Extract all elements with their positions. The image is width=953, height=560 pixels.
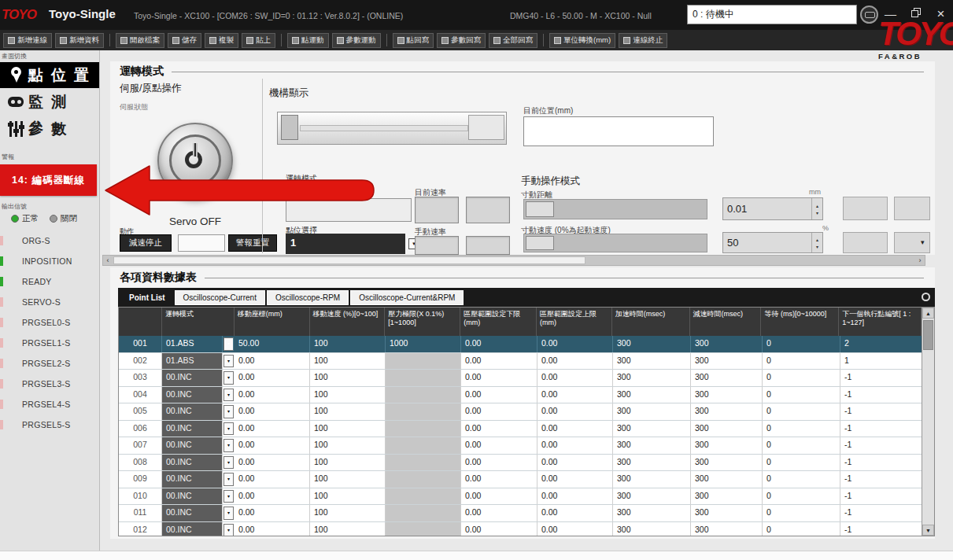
- data-cell[interactable]: 0.00: [461, 471, 537, 488]
- data-cell[interactable]: 0.00: [235, 522, 310, 537]
- data-cell[interactable]: 300: [691, 421, 763, 437]
- scroll-down-icon[interactable]: ▼: [922, 525, 934, 536]
- data-cell[interactable]: 0.00: [537, 336, 613, 352]
- data-cell[interactable]: 300: [691, 403, 763, 420]
- toolbar-button-disconnect[interactable]: 連線終止: [619, 33, 667, 48]
- data-cell[interactable]: 0: [763, 370, 840, 386]
- table-row[interactable]: 00600.INC▾0.001000.000.003003000-1: [119, 421, 934, 438]
- machine-status-box[interactable]: 0 : 待機中: [687, 5, 857, 24]
- scroll-up-icon[interactable]: ▲: [922, 308, 934, 319]
- data-cell[interactable]: 0: [763, 353, 840, 370]
- jog-distance-slider[interactable]: [523, 199, 707, 219]
- data-cell[interactable]: -1: [840, 471, 923, 488]
- data-cell[interactable]: 300: [613, 403, 691, 420]
- data-cell[interactable]: 300: [691, 522, 763, 537]
- tab-oscilloscope-current[interactable]: Oscilloscope-Current: [175, 290, 265, 305]
- data-cell[interactable]: -1: [840, 455, 923, 471]
- chevron-down-icon[interactable]: ▾: [921, 238, 925, 246]
- data-cell[interactable]: 300: [613, 370, 691, 386]
- toolbar-button-add-data[interactable]: 新增資料: [55, 33, 104, 48]
- spinner-arrows-icon[interactable]: ▴▾: [811, 198, 822, 219]
- data-cell[interactable]: 0.00: [537, 488, 613, 505]
- data-cell[interactable]: -1: [840, 370, 923, 386]
- data-cell[interactable]: 0.00: [461, 437, 537, 454]
- data-cell[interactable]: 0: [763, 421, 840, 437]
- data-cell[interactable]: [386, 455, 461, 471]
- jog-distance-slider-thumb[interactable]: [526, 201, 554, 217]
- jog-speed-slider-thumb[interactable]: [526, 236, 554, 250]
- data-cell[interactable]: 50.00: [235, 336, 310, 352]
- data-cell[interactable]: 0.00: [537, 505, 613, 521]
- tab-point-list[interactable]: Point List: [121, 291, 173, 304]
- data-cell[interactable]: 100: [310, 421, 386, 437]
- mode-dropdown-button[interactable]: ▾: [223, 507, 234, 520]
- tab-oscilloscope-current-rpm[interactable]: Oscilloscope-Current&RPM: [350, 290, 464, 305]
- data-cell[interactable]: 100: [310, 488, 386, 505]
- table-row[interactable]: 00201.ABS▾0.001000.000.0030030001: [119, 353, 934, 370]
- data-cell[interactable]: 0: [763, 455, 840, 471]
- data-cell[interactable]: 0.00: [537, 387, 613, 403]
- data-cell[interactable]: 300: [613, 387, 691, 403]
- data-cell[interactable]: 0.00: [235, 353, 310, 370]
- data-cell[interactable]: -1: [840, 488, 923, 505]
- spinner-arrows-icon[interactable]: ▴▾: [811, 233, 822, 252]
- toolbar-button-link[interactable]: 新增連線: [3, 33, 52, 48]
- blank-action-button[interactable]: [178, 234, 225, 252]
- message-icon[interactable]: [860, 6, 878, 24]
- data-cell[interactable]: 300: [613, 488, 691, 505]
- tab-oscilloscope-rpm[interactable]: Oscilloscope-RPM: [267, 290, 349, 305]
- data-cell[interactable]: 300: [613, 336, 691, 352]
- table-row[interactable]: 01100.INC▾0.001000.000.003003000-1: [119, 505, 934, 522]
- data-cell[interactable]: 0.00: [235, 403, 310, 420]
- mode-dropdown-button[interactable]: ▾: [223, 439, 234, 452]
- data-cell[interactable]: 0.00: [235, 455, 310, 471]
- mode-dropdown-button[interactable]: ▾: [223, 524, 234, 537]
- data-cell[interactable]: 300: [691, 370, 763, 386]
- data-cell[interactable]: -1: [840, 421, 923, 437]
- table-row[interactable]: 00500.INC▾0.001000.000.003003000-1: [119, 403, 934, 421]
- mode-cell[interactable]: 01.ABS: [162, 336, 223, 352]
- alarm-reset-button[interactable]: 警報重置: [228, 234, 277, 252]
- data-cell[interactable]: [386, 488, 461, 505]
- data-cell[interactable]: 0: [763, 336, 840, 352]
- toolbar-button-point-write[interactable]: 點回寫: [393, 33, 434, 48]
- sidebar-item-sliders[interactable]: 參數: [0, 116, 99, 142]
- data-cell[interactable]: 300: [691, 471, 763, 488]
- mode-cell[interactable]: 00.INC: [162, 403, 223, 420]
- mode-dropdown-button[interactable]: ▾: [223, 371, 234, 385]
- data-cell[interactable]: 300: [691, 505, 763, 521]
- data-cell[interactable]: 300: [691, 455, 763, 471]
- data-cell[interactable]: 0.00: [461, 403, 537, 420]
- mode-dropdown-button[interactable]: ▾: [223, 405, 234, 418]
- toolbar-button-open-folder[interactable]: 開啟檔案: [116, 33, 164, 48]
- data-cell[interactable]: 300: [691, 488, 763, 505]
- decel-stop-button[interactable]: 減速停止: [120, 234, 172, 252]
- data-cell[interactable]: 300: [613, 505, 691, 521]
- data-cell[interactable]: 0.00: [235, 471, 310, 488]
- data-cell[interactable]: -1: [840, 505, 923, 521]
- data-cell[interactable]: [386, 403, 461, 420]
- data-cell[interactable]: 0.00: [461, 522, 537, 537]
- scroll-left-icon[interactable]: ‹: [103, 256, 113, 265]
- data-cell[interactable]: 0: [763, 522, 840, 537]
- table-row[interactable]: 00400.INC▾0.001000.000.003003000-1: [119, 387, 934, 404]
- data-cell[interactable]: [386, 387, 461, 403]
- data-cell[interactable]: 300: [613, 421, 691, 437]
- data-cell[interactable]: 0.00: [461, 336, 537, 352]
- data-cell[interactable]: 0: [763, 471, 840, 488]
- table-row[interactable]: 01000.INC▾0.001000.000.003003000-1: [119, 488, 934, 506]
- toolbar-button-paste[interactable]: 貼上: [242, 33, 275, 48]
- data-cell[interactable]: -1: [840, 387, 923, 403]
- mode-cell[interactable]: 00.INC: [162, 370, 223, 386]
- data-cell[interactable]: 0.00: [235, 370, 310, 386]
- data-cell[interactable]: 100: [310, 336, 386, 352]
- data-cell[interactable]: 100: [310, 387, 386, 403]
- data-cell[interactable]: 300: [691, 336, 763, 352]
- data-cell[interactable]: 100: [310, 403, 386, 420]
- table-row[interactable]: 00300.INC▾0.001000.000.003003000-1: [119, 370, 934, 387]
- data-cell[interactable]: 1: [840, 353, 923, 370]
- data-cell[interactable]: [386, 505, 461, 521]
- mode-dropdown-button[interactable]: ▾: [223, 456, 234, 470]
- mode-dropdown-button[interactable]: ▾: [223, 422, 234, 436]
- mode-cell[interactable]: 00.INC: [162, 387, 223, 403]
